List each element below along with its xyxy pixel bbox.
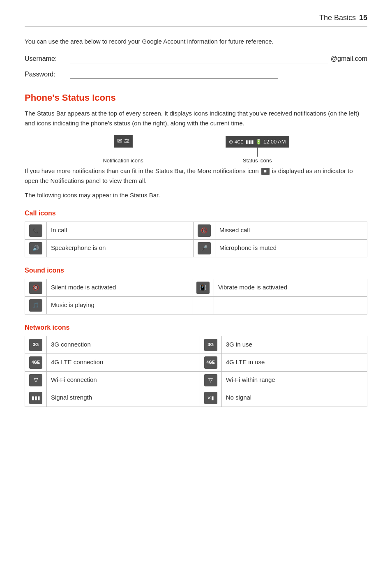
page-number: 15 bbox=[359, 12, 367, 23]
notification-icons-box: ✉ ⚖ Notification icons bbox=[103, 135, 143, 164]
network-icons-table: 3G 3G connection 3G 3G in use 4GE 4G LTE… bbox=[25, 336, 367, 407]
microphone-muted-icon-cell: 🎤 bbox=[193, 239, 215, 257]
following-text: The following icons may appear in the St… bbox=[25, 191, 367, 200]
3g-in-use-icon: 3G bbox=[204, 339, 217, 351]
speakerphone-label: Speakerphone is on bbox=[47, 239, 194, 257]
4g-conn-label: 4G LTE connection bbox=[47, 354, 200, 371]
notification-icons-visual: ✉ ⚖ bbox=[114, 135, 133, 148]
wifi-within-range-icon: ▽ bbox=[204, 374, 217, 386]
silent-mode-icon-cell: 🔇 bbox=[25, 279, 47, 296]
call-icons-table: 📞 In call 📵 Missed call 🔊 Speakerphone i… bbox=[25, 222, 367, 257]
wifi-connection-icon: ▽ bbox=[29, 374, 42, 386]
4g-connection-icon: 4GE bbox=[29, 356, 42, 369]
status-label: Status icons bbox=[243, 157, 272, 165]
page-header: The Basics 15 bbox=[25, 12, 367, 27]
3g-connection-icon: 3G bbox=[29, 339, 42, 351]
music-playing-icon-cell: 🎵 bbox=[25, 296, 47, 314]
signal-strength-icon: ▮▮▮ bbox=[29, 392, 42, 404]
microphone-muted-label: Microphone is muted bbox=[215, 239, 367, 257]
header-title: The Basics bbox=[319, 12, 356, 23]
no-signal-icon: ✕▮ bbox=[204, 392, 217, 404]
microphone-muted-icon: 🎤 bbox=[198, 242, 211, 254]
more-notifications-text: If you have more notifications than can … bbox=[25, 166, 367, 186]
speakerphone-icon: 🔊 bbox=[29, 242, 42, 254]
table-row: 🔇 Silent mode is activated 📳 Vibrate mod… bbox=[25, 279, 367, 296]
wifi-conn-label: Wi-Fi connection bbox=[47, 371, 200, 389]
3g-conn-label: 3G connection bbox=[47, 336, 200, 354]
wifi-range-label: Wi-Fi within range bbox=[221, 371, 367, 389]
empty-label bbox=[214, 296, 367, 314]
silent-mode-label: Silent mode is activated bbox=[47, 279, 192, 296]
no-signal-label: No signal bbox=[221, 389, 367, 407]
vibrate-mode-icon-cell: 📳 bbox=[192, 279, 214, 296]
in-call-icon: 📞 bbox=[29, 224, 42, 237]
music-playing-label: Music is playing bbox=[47, 296, 192, 314]
table-row: ▽ Wi-Fi connection ▽ Wi-Fi within range bbox=[25, 371, 367, 389]
username-label: Username: bbox=[25, 54, 70, 64]
table-row: 4GE 4G LTE connection 4GE 4G LTE in use bbox=[25, 354, 367, 371]
missed-call-icon-cell: 📵 bbox=[193, 222, 215, 239]
3g-use-label: 3G in use bbox=[221, 336, 367, 354]
speakerphone-icon-cell: 🔊 bbox=[25, 239, 47, 257]
status-icons-visual: ⊕ 4GE ▮▮▮ 🔋 12:00 AM bbox=[226, 136, 289, 148]
4g-in-use-icon: 4GE bbox=[204, 356, 217, 369]
sound-icons-title: Sound icons bbox=[25, 266, 367, 275]
vibrate-mode-label: Vibrate mode is activated bbox=[214, 279, 367, 296]
username-line bbox=[70, 54, 328, 63]
table-row: 3G 3G connection 3G 3G in use bbox=[25, 336, 367, 354]
sound-icons-table: 🔇 Silent mode is activated 📳 Vibrate mod… bbox=[25, 279, 367, 314]
table-row: ▮▮▮ Signal strength ✕▮ No signal bbox=[25, 389, 367, 407]
network-icons-title: Network icons bbox=[25, 323, 367, 333]
4g-use-label: 4G LTE in use bbox=[221, 354, 367, 371]
wifi-range-icon-cell: ▽ bbox=[200, 371, 221, 389]
music-playing-icon: 🎵 bbox=[29, 299, 42, 312]
phones-status-icons-title: Phone's Status Icons bbox=[25, 91, 367, 104]
call-icons-title: Call icons bbox=[25, 208, 367, 218]
4g-conn-icon-cell: 4GE bbox=[25, 354, 47, 371]
page: The Basics 15 You can use the area below… bbox=[0, 0, 392, 564]
password-row: Password: bbox=[25, 69, 367, 79]
empty-icon-cell bbox=[192, 296, 214, 314]
password-label: Password: bbox=[25, 69, 70, 79]
3g-conn-icon-cell: 3G bbox=[25, 336, 47, 354]
4g-use-icon-cell: 4GE bbox=[200, 354, 221, 371]
missed-call-label: Missed call bbox=[215, 222, 367, 239]
in-call-label: In call bbox=[47, 222, 194, 239]
silent-mode-icon: 🔇 bbox=[29, 282, 42, 294]
vibrate-mode-icon: 📳 bbox=[196, 282, 210, 294]
in-call-icon-cell: 📞 bbox=[25, 222, 47, 239]
table-row: 📞 In call 📵 Missed call bbox=[25, 222, 367, 239]
signal-strength-label: Signal strength bbox=[47, 389, 200, 407]
status-icons-box: ⊕ 4GE ▮▮▮ 🔋 12:00 AM Status icons bbox=[226, 136, 289, 164]
intro-text: You can use the area below to record you… bbox=[25, 37, 367, 46]
more-notifications-icon: ■ bbox=[261, 168, 270, 175]
table-row: 🔊 Speakerphone is on 🎤 Microphone is mut… bbox=[25, 239, 367, 257]
password-line bbox=[70, 70, 278, 79]
username-row: Username: @gmail.com bbox=[25, 54, 367, 64]
username-suffix: @gmail.com bbox=[331, 54, 367, 64]
phones-status-icons-desc: The Status Bar appears at the top of eve… bbox=[25, 109, 367, 128]
wifi-conn-icon-cell: ▽ bbox=[25, 371, 47, 389]
table-row: 🎵 Music is playing bbox=[25, 296, 367, 314]
3g-use-icon-cell: 3G bbox=[200, 336, 221, 354]
signal-strength-icon-cell: ▮▮▮ bbox=[25, 389, 47, 407]
no-signal-icon-cell: ✕▮ bbox=[200, 389, 221, 407]
notification-label: Notification icons bbox=[103, 157, 143, 165]
missed-call-icon: 📵 bbox=[198, 224, 211, 237]
